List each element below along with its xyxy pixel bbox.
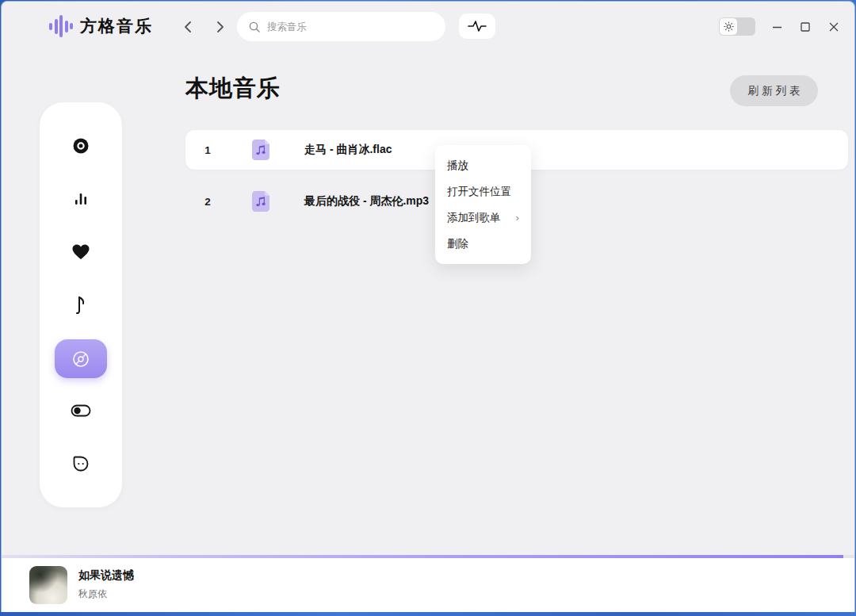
sidebar-item-settings-toggle[interactable]: [65, 395, 97, 427]
context-menu: 播放 打开文件位置 添加到歌单 › 删除: [435, 145, 531, 264]
menu-item-open-file-location[interactable]: 打开文件位置: [435, 178, 531, 205]
song-progress-fill: [2, 555, 843, 558]
player-bar: 如果说遗憾 秋原依 03:44 / 03:47: [2, 555, 854, 612]
menu-item-label: 添加到歌单: [447, 211, 501, 225]
maximize-button[interactable]: [797, 19, 813, 35]
music-note-icon: [73, 296, 89, 315]
equalizer-button[interactable]: [459, 13, 495, 39]
refresh-list-button[interactable]: 刷新列表: [730, 75, 818, 106]
app-title: 方格音乐: [80, 15, 153, 37]
logo-waveform-icon: [49, 14, 73, 38]
pulse-waveform-icon: [468, 20, 487, 33]
app-logo: 方格音乐: [49, 14, 153, 38]
bubble-icon: [72, 455, 90, 473]
music-file-icon: [247, 188, 274, 215]
back-button[interactable]: [181, 19, 197, 35]
menu-item-add-to-playlist[interactable]: 添加到歌单 ›: [435, 205, 531, 231]
maximize-icon: [801, 22, 810, 32]
sidebar-item-charts[interactable]: [65, 183, 97, 215]
theme-toggle[interactable]: [719, 17, 755, 36]
sidebar-item-favorites[interactable]: [65, 236, 97, 268]
page-title: 本地音乐: [185, 73, 281, 105]
theme-toggle-knob: [720, 18, 737, 35]
track-title: 如果说遗憾: [78, 568, 134, 583]
menu-item-label: 删除: [447, 237, 468, 251]
local-music-disc-icon: [71, 349, 91, 369]
menu-item-label: 播放: [447, 159, 468, 173]
minimize-icon: [772, 22, 782, 33]
bar-chart-icon: [72, 190, 90, 208]
app-window: 方格音乐: [1, 1, 855, 612]
album-art[interactable]: [29, 566, 67, 604]
disc-icon: [71, 136, 90, 155]
toggle-icon: [71, 404, 91, 418]
song-index: 2: [200, 196, 216, 208]
song-progress-bar[interactable]: [2, 555, 854, 558]
search-input[interactable]: [267, 21, 426, 33]
song-index: 1: [200, 144, 216, 156]
sun-icon: [724, 21, 734, 32]
minimize-button[interactable]: [769, 19, 785, 35]
song-name: 走马 - 曲肖冰.flac: [304, 143, 392, 157]
menu-item-delete[interactable]: 删除: [435, 231, 531, 257]
top-bar: 方格音乐: [2, 2, 854, 52]
song-name: 最后的战役 - 周杰伦.mp3: [304, 194, 429, 209]
chevron-left-icon: [181, 19, 197, 35]
track-info: 如果说遗憾 秋原依: [78, 568, 134, 601]
menu-item-label: 打开文件位置: [447, 185, 511, 199]
sidebar-item-feedback[interactable]: [65, 448, 97, 480]
music-file-icon: [247, 136, 274, 163]
close-icon: [829, 22, 839, 32]
forward-button[interactable]: [212, 19, 227, 35]
sidebar: [40, 102, 122, 507]
sidebar-item-songs[interactable]: [65, 289, 97, 321]
submenu-chevron-icon: ›: [516, 212, 520, 224]
sidebar-item-discover[interactable]: [65, 130, 97, 162]
heart-icon: [71, 243, 90, 261]
track-artist: 秋原依: [78, 587, 134, 601]
close-button[interactable]: [826, 19, 842, 35]
search-box[interactable]: [237, 12, 445, 41]
sidebar-item-local-music[interactable]: [55, 339, 107, 378]
chevron-right-icon: [212, 19, 227, 35]
search-icon: [248, 21, 261, 33]
menu-item-play[interactable]: 播放: [435, 152, 531, 178]
